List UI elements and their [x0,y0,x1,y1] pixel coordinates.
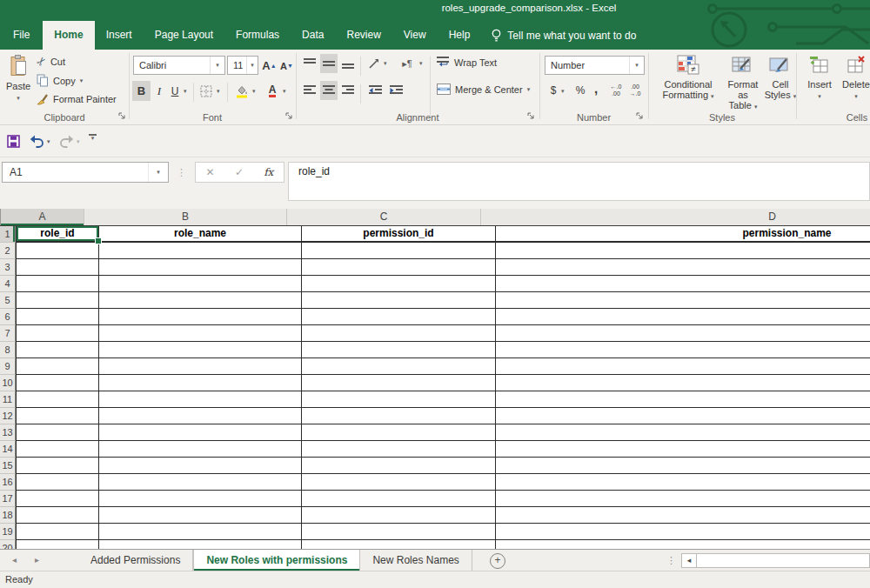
merge-center-button[interactable]: Merge & Center ▾ [437,84,530,95]
shrink-font-button[interactable]: A▼ [279,57,294,74]
decrease-decimal-button[interactable]: .00 →.0 [626,81,644,100]
cell-B14[interactable] [99,441,302,458]
fill-color-dropdown-icon[interactable]: ▾ [252,88,256,95]
cell-A18[interactable] [16,507,99,524]
cell-B12[interactable] [99,408,302,424]
add-sheet-button[interactable]: + [490,553,505,569]
font-name-dropdown-icon[interactable]: ▾ [210,57,224,74]
conditional-formatting-button[interactable]: ≠ Conditional Formatting ▾ [654,53,722,102]
cell-D7[interactable] [496,325,870,342]
cell-A9[interactable] [16,358,99,375]
cell-C5[interactable] [302,292,496,309]
cell-D12[interactable] [496,408,870,424]
cell-B6[interactable] [99,309,302,325]
row-header-13[interactable]: 13 [0,424,16,441]
sheet-tab-new-roles-names[interactable]: New Roles Names [360,550,472,571]
cell-B15[interactable] [99,458,302,474]
undo-button[interactable] [28,132,45,150]
column-header-A[interactable]: A [1,209,84,225]
tab-scroll-splitter[interactable]: ⋮ [666,550,676,571]
hscroll-thumb[interactable] [696,553,870,568]
customize-qat-button[interactable]: ▾ [89,134,97,142]
cell-B5[interactable] [99,292,302,309]
cancel-icon[interactable]: ✕ [206,166,215,178]
fill-color-button[interactable] [233,81,251,101]
ribbon-tab-page-layout[interactable]: Page Layout [144,21,224,50]
cut-button[interactable]: ✂ Cut [37,55,65,68]
increase-indent-button[interactable] [386,81,405,100]
copy-button[interactable]: Copy ▾ [37,74,83,87]
row-header-3[interactable]: 3 [0,259,16,276]
middle-align-button[interactable] [320,54,338,73]
orientation-dropdown-icon[interactable]: ▾ [384,60,387,67]
insert-cells-dropdown-icon[interactable]: ▾ [818,93,821,99]
column-header-D[interactable]: D [481,209,870,225]
cell-C14[interactable] [302,441,496,458]
cell-A2[interactable] [16,243,99,259]
bold-button[interactable]: B [132,81,151,101]
cell-A6[interactable] [16,309,99,325]
sheet-nav-right-icon[interactable]: ▸ [35,550,39,571]
font-dialog-launcher[interactable] [285,112,294,121]
cell-C4[interactable] [302,276,496,292]
cell-C7[interactable] [302,325,496,342]
cell-D16[interactable] [496,474,870,491]
row-header-16[interactable]: 16 [0,474,16,491]
cell-C19[interactable] [302,524,496,540]
cell-D18[interactable] [496,507,870,524]
wrap-text-button[interactable]: Wrap Text [437,57,497,68]
cell-D8[interactable] [496,342,870,358]
cell-B8[interactable] [99,342,302,358]
row-header-5[interactable]: 5 [0,292,16,309]
bottom-align-button[interactable] [339,54,357,73]
conditional-formatting-dropdown-icon[interactable]: ▾ [711,93,714,99]
align-right-button[interactable] [339,81,357,100]
comma-style-button[interactable]: , [590,78,602,97]
decrease-indent-button[interactable] [365,81,385,100]
cell-D2[interactable] [496,243,870,259]
cell-C9[interactable] [302,358,496,375]
cell-D6[interactable] [496,309,870,325]
cell-B20[interactable] [99,540,302,549]
accounting-format-button[interactable]: $ [546,81,560,100]
redo-dropdown-icon[interactable]: ▾ [77,138,80,145]
cell-B1[interactable]: role_name [99,226,302,243]
format-as-table-dropdown-icon[interactable]: ▾ [754,104,758,110]
name-box[interactable]: A1 ▾ [2,162,169,183]
cell-B4[interactable] [99,276,302,292]
cell-A1[interactable]: role_id [16,226,99,243]
delete-cells-button[interactable]: Delete ▾ [839,53,870,102]
cell-C16[interactable] [302,474,496,491]
number-format-dropdown-icon[interactable]: ▾ [629,57,644,74]
orientation-button[interactable] [365,54,383,73]
ribbon-tab-help[interactable]: Help [438,21,482,50]
format-painter-button[interactable]: Format Painter [37,93,117,105]
row-header-20[interactable]: 20 [0,540,16,549]
cell-D14[interactable] [496,441,870,458]
cell-B11[interactable] [99,391,302,408]
text-direction-dropdown-icon[interactable]: ▾ [419,60,423,67]
cell-C8[interactable] [302,342,496,358]
cell-C2[interactable] [302,243,496,259]
cell-C10[interactable] [302,375,496,391]
column-header-C[interactable]: C [287,209,481,225]
tell-me-box[interactable]: Tell me what you want to do [481,21,646,50]
cell-D13[interactable] [496,424,870,441]
cell-A19[interactable] [16,524,99,540]
ribbon-tab-home[interactable]: Home [43,21,94,50]
cell-D1[interactable]: permission_name [496,226,870,243]
ribbon-tab-data[interactable]: Data [291,21,335,50]
cell-A10[interactable] [16,375,99,391]
ribbon-tab-file[interactable]: File [0,21,43,50]
row-header-7[interactable]: 7 [0,325,16,342]
insert-cells-button[interactable]: Insert ▾ [802,53,837,102]
cell-D11[interactable] [496,391,870,408]
number-dialog-launcher[interactable] [636,112,645,121]
cell-A7[interactable] [16,325,99,342]
cell-D10[interactable] [496,375,870,391]
cell-A11[interactable] [16,391,99,408]
cell-D17[interactable] [496,491,870,507]
cell-A4[interactable] [16,276,99,292]
cell-B13[interactable] [99,424,302,441]
row-header-9[interactable]: 9 [0,358,16,375]
